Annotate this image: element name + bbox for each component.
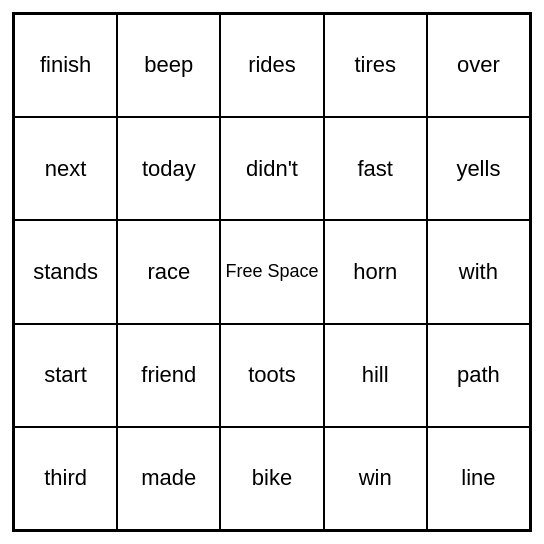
bingo-cell-over[interactable]: over [427,14,530,117]
bingo-cell-stands[interactable]: stands [14,220,117,323]
bingo-cell-toots[interactable]: toots [220,324,323,427]
bingo-cell-friend[interactable]: friend [117,324,220,427]
bingo-cell-made[interactable]: made [117,427,220,530]
bingo-cell-yells[interactable]: yells [427,117,530,220]
bingo-cell-third[interactable]: third [14,427,117,530]
bingo-cell-hill[interactable]: hill [324,324,427,427]
bingo-cell-today[interactable]: today [117,117,220,220]
bingo-cell-rides[interactable]: rides [220,14,323,117]
bingo-cell-next[interactable]: next [14,117,117,220]
bingo-board: finishbeepridestiresovernexttodaydidn'tf… [12,12,532,532]
bingo-cell-free-space[interactable]: Free Space [220,220,323,323]
bingo-cell-finish[interactable]: finish [14,14,117,117]
bingo-cell-tires[interactable]: tires [324,14,427,117]
bingo-cell-line[interactable]: line [427,427,530,530]
bingo-cell-win[interactable]: win [324,427,427,530]
bingo-cell-race[interactable]: race [117,220,220,323]
bingo-cell-didnt[interactable]: didn't [220,117,323,220]
bingo-cell-path[interactable]: path [427,324,530,427]
bingo-cell-with[interactable]: with [427,220,530,323]
bingo-cell-bike[interactable]: bike [220,427,323,530]
bingo-cell-horn[interactable]: horn [324,220,427,323]
bingo-cell-beep[interactable]: beep [117,14,220,117]
bingo-cell-start[interactable]: start [14,324,117,427]
bingo-cell-fast[interactable]: fast [324,117,427,220]
